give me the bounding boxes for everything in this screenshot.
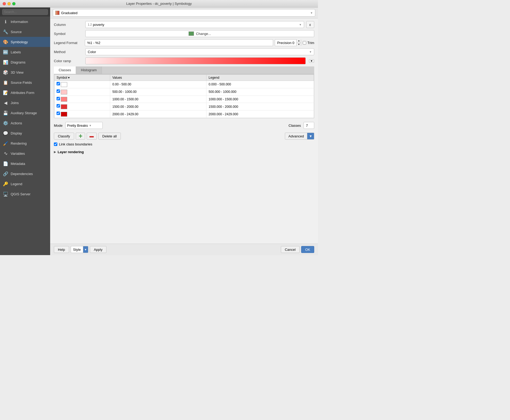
style-dropdown-arrow[interactable]: ▼ <box>83 246 88 253</box>
classes-tab-bar: Classes Histogram <box>54 66 314 74</box>
column-select[interactable]: 1.2 poverty ▼ <box>85 21 304 28</box>
sidebar-item-metadata[interactable]: 📄 Metadata <box>0 159 50 169</box>
sidebar-item-qgis-server[interactable]: 🖥️ QGIS Server <box>0 189 50 199</box>
column-value: poverty <box>93 23 104 27</box>
classes-count-label: Classes <box>289 124 301 128</box>
style-btn[interactable]: Style <box>71 246 83 253</box>
layer-rendering-label: Layer rendering <box>58 150 84 154</box>
table-row[interactable]: 500.00 - 1000.00 500.000 - 1000.000 <box>54 88 314 96</box>
sidebar-item-source-fields[interactable]: 📋 Source Fields <box>0 77 50 88</box>
method-select[interactable]: Color ▼ <box>85 48 314 55</box>
method-dropdown-arrow: ▼ <box>309 50 312 53</box>
maximize-button[interactable] <box>12 2 15 5</box>
sidebar-search-bar[interactable] <box>0 7 50 17</box>
tab-classes[interactable]: Classes <box>54 66 76 74</box>
legend-format-input[interactable] <box>85 39 273 46</box>
minimize-button[interactable] <box>7 2 11 5</box>
action-row: Classify ✛ ▬ Delete all Advanced ▼ <box>54 132 314 140</box>
sidebar-item-variables[interactable]: ∿ Variables <box>0 148 50 159</box>
window-controls[interactable] <box>3 2 15 5</box>
sidebar-item-dependencies[interactable]: 🔗 Dependencies <box>0 169 50 179</box>
classes-table: Symbol ▾ Values Legend 0.00 - 500.00 0.0… <box>54 74 314 118</box>
renderer-toolbar: Graduated ▼ <box>50 7 318 18</box>
class-checkbox[interactable] <box>57 82 60 85</box>
table-row[interactable]: 1500.00 - 2000.00 1500.000 - 2000.000 <box>54 103 314 110</box>
sidebar-item-auxiliary-storage[interactable]: 💾 Auxiliary Storage <box>0 108 50 118</box>
sidebar-item-source[interactable]: 🔧 Source <box>0 27 50 37</box>
class-checkbox[interactable] <box>57 97 60 100</box>
symbol-color <box>189 31 194 36</box>
renderer-select[interactable]: Graduated ▼ <box>53 9 315 17</box>
sidebar-item-label: 3D View <box>11 70 23 74</box>
link-boundaries-checkbox[interactable] <box>54 142 57 146</box>
mode-value: Pretty Breaks <box>67 124 88 128</box>
rendering-icon: 🖌️ <box>3 140 9 146</box>
precision-down-btn[interactable]: ▼ <box>297 43 301 46</box>
sidebar-item-rendering[interactable]: 🖌️ Rendering <box>0 138 50 148</box>
graduated-icon <box>55 11 59 15</box>
table-row[interactable]: 0.00 - 500.00 0.000 - 500.000 <box>54 81 314 88</box>
color-ramp-preview[interactable] <box>85 57 306 64</box>
sidebar-item-label: Display <box>11 131 22 135</box>
sidebar-item-label: Source <box>11 30 22 34</box>
table-row[interactable]: 1000.00 - 1500.00 1000.000 - 1500.000 <box>54 96 314 103</box>
mode-select[interactable]: Pretty Breaks ▼ <box>65 122 103 129</box>
sidebar-item-diagrams[interactable]: 📊 Diagrams <box>0 57 50 67</box>
advanced-label[interactable]: Advanced <box>285 133 307 140</box>
column-dropdown-arrow: ▼ <box>299 23 302 26</box>
class-checkbox[interactable] <box>57 104 60 108</box>
sidebar-item-information[interactable]: ℹ Information <box>0 17 50 27</box>
window-title: Layer Properties - dc_poverty | Symbolog… <box>126 2 192 6</box>
class-symbol-cell <box>54 103 110 110</box>
remove-class-button[interactable]: ▬ <box>87 133 97 140</box>
classes-count-input[interactable] <box>304 122 314 129</box>
class-checkbox[interactable] <box>57 89 60 93</box>
add-class-button[interactable]: ✛ <box>76 133 85 140</box>
classify-button[interactable]: Classify <box>54 133 74 140</box>
help-button[interactable]: Help <box>54 246 69 253</box>
sidebar-item-label: Auxiliary Storage <box>11 111 37 115</box>
labels-icon: 🔤 <box>3 49 9 55</box>
class-checkbox[interactable] <box>57 112 60 115</box>
sidebar-search-input[interactable] <box>2 9 48 15</box>
sidebar-item-label: Source Fields <box>11 81 32 85</box>
expression-button[interactable]: ε <box>306 21 314 28</box>
method-row: Method Color ▼ <box>54 48 314 55</box>
class-values-cell: 1500.00 - 2000.00 <box>110 103 206 110</box>
method-value: Color <box>88 50 96 54</box>
precision-spinner[interactable]: ▲ ▼ <box>296 39 301 46</box>
sidebar-item-actions[interactable]: ⚙️ Actions <box>0 118 50 128</box>
sidebar-item-3dview[interactable]: 🎲 3D View <box>0 67 50 77</box>
col-header-symbol: Symbol ▾ <box>54 75 110 81</box>
sidebar-item-label: Information <box>11 20 28 24</box>
sidebar-item-display[interactable]: 💬 Display <box>0 128 50 138</box>
class-legend-cell: 1000.000 - 1500.000 <box>206 96 314 103</box>
sidebar-item-label: Joins <box>11 101 19 105</box>
symbol-label: Symbol <box>54 32 83 36</box>
color-ramp-dropdown[interactable]: ▼ <box>309 59 314 63</box>
tab-histogram[interactable]: Histogram <box>76 66 102 74</box>
trim-checkbox[interactable] <box>303 41 306 45</box>
layer-rendering-section[interactable]: ▶ Layer rendering <box>54 148 314 156</box>
table-row[interactable]: 2000.00 - 2429.00 2000.000 - 2429.000 <box>54 110 314 118</box>
close-button[interactable] <box>3 2 6 5</box>
joins-icon: ◀ <box>3 100 9 106</box>
sidebar-item-label: Labels <box>11 50 21 54</box>
sidebar-item-attributes-form[interactable]: 📝 Attributes Form <box>0 88 50 98</box>
sidebar-item-legend[interactable]: 🔑 Legend <box>0 179 50 189</box>
advanced-dropdown-arrow[interactable]: ▼ <box>307 133 314 140</box>
class-legend-cell: 0.000 - 500.000 <box>206 81 314 88</box>
sidebar-item-joins[interactable]: ◀ Joins <box>0 98 50 108</box>
cancel-button[interactable]: Cancel <box>281 246 300 253</box>
add-icon: ✛ <box>79 134 82 139</box>
class-legend-cell: 500.000 - 1000.000 <box>206 88 314 96</box>
apply-button[interactable]: Apply <box>90 246 107 253</box>
legend-format-label: Legend Format <box>54 41 83 45</box>
ok-button[interactable]: OK <box>301 246 314 253</box>
symbol-change-btn[interactable]: Change... <box>196 32 211 36</box>
delete-all-button[interactable]: Delete all <box>98 133 121 140</box>
sidebar-item-symbology[interactable]: 🎨 Symbology <box>0 37 50 47</box>
sidebar-item-labels[interactable]: 🔤 Labels <box>0 47 50 57</box>
class-legend-cell: 1500.000 - 2000.000 <box>206 103 314 110</box>
precision-up-btn[interactable]: ▲ <box>297 39 301 43</box>
